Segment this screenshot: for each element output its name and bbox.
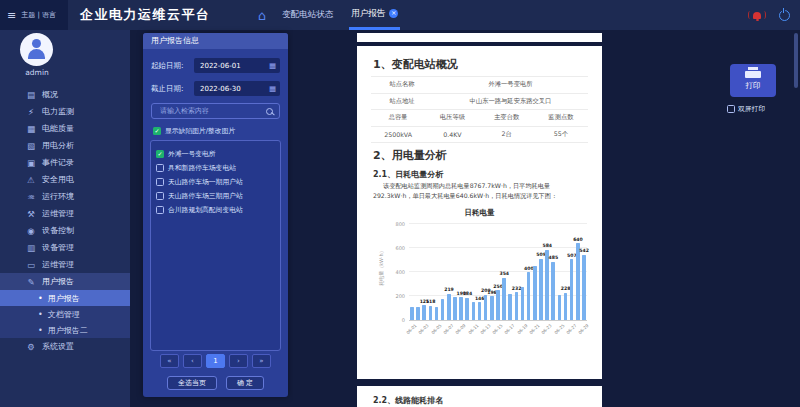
menu-icon[interactable]: ≡ — [7, 9, 16, 22]
close-tab-icon[interactable]: × — [389, 9, 398, 18]
settings-icon: ⚙ — [26, 342, 36, 352]
station-tree-item[interactable]: 天山路停车场一期用户站 — [156, 175, 275, 189]
station-label: 具和新路停车场变电站 — [168, 163, 236, 173]
report-page-1: 1、变配电站概况 站点名称外滩一号变电所站点地址中山东一路与延安东路交叉口总容量… — [357, 46, 602, 379]
bar — [527, 272, 531, 320]
bar — [459, 297, 463, 320]
page-last-button[interactable]: » — [252, 354, 271, 368]
start-date-input[interactable]: 2022-06-01 ▦ — [194, 58, 280, 73]
table-cell: 0.4KV — [425, 131, 479, 138]
bar — [447, 294, 451, 320]
bar-value-label: 640 — [571, 237, 585, 242]
sidebar-item-system-settings[interactable]: ⚙系统设置 — [0, 338, 130, 355]
bar — [502, 278, 506, 320]
station-label: 外滩一号变电所 — [168, 149, 216, 159]
bar — [539, 259, 543, 320]
page-number[interactable]: 1 — [206, 354, 225, 368]
scrollbar[interactable] — [794, 33, 798, 88]
sidebar-item-label: 安全用电 — [42, 174, 74, 185]
sidebar-subitem-doc-management[interactable]: •文档管理 — [0, 306, 130, 322]
sidebar-item-usage-analysis[interactable]: ▧用电分析 — [0, 137, 130, 154]
show-images-label: 显示缺陷图片/整改图片 — [165, 126, 235, 136]
alarm-bell-icon[interactable] — [748, 11, 766, 19]
station-checkbox[interactable] — [156, 192, 164, 200]
tab-1[interactable]: 变配电站状态 — [280, 0, 335, 30]
station-tree-item[interactable]: 合川路规划高配间变电站 — [156, 203, 275, 217]
sidebar: admin ▤概况⚡电力监测▦电能质量▧用电分析▣事件记录⚠安全用电♒运行环境⚒… — [0, 30, 130, 407]
sidebar-subitem-label: 用户报告二 — [48, 325, 88, 336]
print-button[interactable]: 打印 — [730, 64, 776, 97]
sidebar-item-power-monitoring[interactable]: ⚡电力监测 — [0, 103, 130, 120]
calendar-icon[interactable]: ▦ — [269, 84, 276, 93]
table-cell: 55个 — [534, 130, 588, 139]
sidebar-subitem-user-report-2[interactable]: •用户报告二 — [0, 322, 130, 338]
chart-gridline — [409, 223, 587, 224]
calendar-icon[interactable]: ▦ — [269, 61, 276, 70]
end-date-input[interactable]: 2022-06-30 ▦ — [194, 81, 280, 96]
y-axis-tick: 600 — [383, 245, 405, 251]
environment-icon: ♒ — [26, 192, 36, 202]
bar-value-label: 354 — [497, 271, 511, 276]
station-tree-item[interactable]: ✓外滩一号变电所 — [156, 147, 275, 161]
theme-language-link[interactable]: 主题 | 语言 — [21, 10, 56, 20]
home-icon[interactable]: ⌂ — [258, 8, 266, 23]
sidebar-item-safe-power[interactable]: ⚠安全用电 — [0, 171, 130, 188]
sidebar-item-overview[interactable]: ▤概况 — [0, 86, 130, 103]
bar — [441, 299, 445, 320]
station-checkbox[interactable] — [156, 164, 164, 172]
sidebar-item-label: 电能质量 — [42, 123, 74, 134]
table-cell-value: 外滩一号变电所 — [433, 80, 588, 89]
tab-2[interactable]: 用户报告× — [349, 0, 400, 30]
confirm-button[interactable]: 确 定 — [226, 376, 264, 390]
sidebar-item-ops-management[interactable]: ⚒运维管理 — [0, 205, 130, 222]
table-row: 站点地址中山东一路与延安东路交叉口 — [371, 94, 588, 111]
analysis-paragraph: 该变配电站监测周期内总耗电量8767.7kW·h，日平均耗电量292.3kW·h… — [373, 181, 589, 201]
bar — [558, 295, 562, 320]
station-checkbox[interactable]: ✓ — [156, 150, 164, 158]
sidebar-item-user-report[interactable]: ✎用户报告 — [0, 273, 130, 290]
sidebar-item-device-control[interactable]: ◉设备控制 — [0, 222, 130, 239]
page-prev-button[interactable]: ‹ — [183, 354, 202, 368]
power-icon[interactable] — [779, 10, 790, 21]
section2-1-title: 2.1、日耗电量分析 — [373, 169, 443, 180]
avatar[interactable] — [20, 33, 53, 66]
sidebar-subitem-user-report[interactable]: •用户报告 — [0, 290, 130, 306]
topbar-actions — [748, 0, 790, 30]
station-checkbox[interactable] — [156, 178, 164, 186]
y-axis-tick: 400 — [383, 269, 405, 275]
sidebar-item-environment[interactable]: ♒运行环境 — [0, 188, 130, 205]
search-box — [151, 103, 280, 119]
device-control-icon: ◉ — [26, 226, 36, 236]
select-all-button[interactable]: 全选当页 — [167, 376, 217, 390]
username: admin — [0, 68, 74, 77]
sidebar-group-user-report: ✎用户报告•用户报告•文档管理•用户报告二 — [0, 273, 130, 338]
station-tree-item[interactable]: 具和新路停车场变电站 — [156, 161, 275, 175]
start-date-row: 起始日期: 2022-06-01 ▦ — [151, 57, 280, 74]
safe-power-icon: ⚠ — [26, 175, 36, 185]
app-title: 企业电力运维云平台 — [80, 0, 211, 30]
station-tree-item[interactable]: 天山路停车场三期用户站 — [156, 189, 275, 203]
avatar-body — [28, 49, 45, 59]
station-checkbox[interactable] — [156, 206, 164, 214]
device-management-icon: ▥ — [26, 243, 36, 253]
bar — [490, 296, 494, 320]
station-label: 合川路规划高配间变电站 — [168, 205, 243, 215]
sidebar-item-ops-management-2[interactable]: ▭运维管理 — [0, 256, 130, 273]
page-first-button[interactable]: « — [160, 354, 179, 368]
sidebar-item-label: 事件记录 — [42, 157, 74, 168]
search-icon[interactable] — [266, 108, 273, 115]
bar — [429, 306, 433, 320]
bar — [465, 298, 469, 320]
sidebar-item-device-management[interactable]: ▥设备管理 — [0, 239, 130, 256]
dual-screen-label: 双屏打印 — [738, 104, 765, 114]
search-input[interactable] — [158, 106, 266, 116]
show-images-checkbox[interactable]: ✓ — [153, 127, 161, 135]
sidebar-item-power-quality[interactable]: ▦电能质量 — [0, 120, 130, 137]
page-next-button[interactable]: › — [229, 354, 248, 368]
sidebar-subitem-label: 用户报告 — [48, 293, 80, 304]
bar — [453, 297, 457, 320]
panel-actions: 全选当页 确 定 — [143, 376, 288, 390]
sidebar-item-event-records[interactable]: ▣事件记录 — [0, 154, 130, 171]
dual-screen-checkbox[interactable] — [727, 105, 735, 113]
bar — [570, 259, 574, 320]
